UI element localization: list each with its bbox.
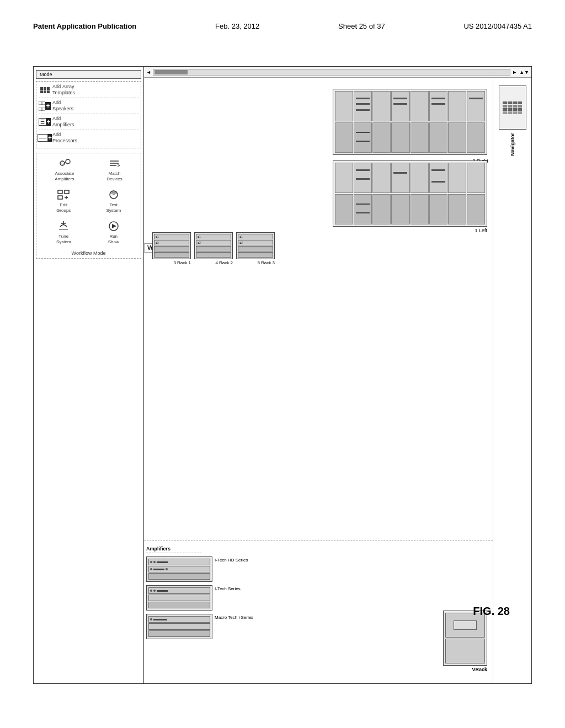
add-amplifiers-row[interactable]: ☰ + AddAmplifiers <box>39 116 138 128</box>
rack-3-row2: ■2 <box>154 240 189 245</box>
match-label: MatchDevices <box>106 171 122 181</box>
rack-1-left-grid2 <box>335 194 485 224</box>
tune-system-label: TuneSystem <box>56 234 71 244</box>
amp-unit <box>354 163 372 193</box>
scroll-left-arrow[interactable]: ◄ <box>146 69 151 75</box>
add-array-icon <box>39 84 51 96</box>
workflow-row1: 2 AssociateAmplifiers MatchDevices <box>39 156 138 185</box>
rack-1-left-grid <box>335 163 485 193</box>
itech-hd-row1 <box>148 559 210 565</box>
nav-cell <box>518 111 522 114</box>
divider2 <box>39 114 138 114</box>
itech-label: I-Tech Series <box>215 586 241 591</box>
rack-5-label: 5 Rack 3 <box>257 260 275 265</box>
itech-hd-row2 <box>148 566 210 572</box>
macro-tech-label: Macro Tech i Series <box>215 615 253 620</box>
plus-icon2: + <box>46 118 51 126</box>
run-show[interactable]: RunShow <box>106 218 121 244</box>
edit-groups[interactable]: EditGroups <box>56 187 71 213</box>
itech-hd-row3 <box>148 573 210 580</box>
itech-hd-label: I-Tech HD Series <box>215 558 248 563</box>
nav-cell <box>513 108 517 111</box>
top-scrollbar[interactable]: ◄ ► ▲ ▼ <box>144 67 531 78</box>
amp-unit <box>354 122 372 153</box>
amp-unit <box>448 122 466 153</box>
match-devices[interactable]: MatchDevices <box>106 156 122 181</box>
rack-3-row4 <box>154 252 189 258</box>
rack-3-row1: ■1 <box>154 234 189 239</box>
canvas-area: 2 Right <box>144 78 493 683</box>
add-processors-icon: ── + <box>39 132 51 144</box>
rack-4-row2: ■2 <box>196 240 231 245</box>
tune-system[interactable]: TuneSystem <box>56 218 71 244</box>
nav-cell <box>513 105 517 108</box>
rack-5-row1: ■1 <box>238 234 273 239</box>
amplifiers-section: Amplifiers <box>144 540 493 683</box>
nav-cell <box>508 101 512 104</box>
workflow-mode-label: Workflow Mode <box>39 250 138 256</box>
amp-unit <box>448 163 466 193</box>
itech-rack <box>146 585 212 611</box>
amp-unit <box>391 91 409 121</box>
amp-unit <box>448 91 466 121</box>
edit-groups-label: EditGroups <box>56 202 71 213</box>
nav-cell <box>503 101 507 104</box>
amp-unit <box>354 194 372 224</box>
rack-2-right-container: 2 Right <box>333 89 487 155</box>
rack-2-right <box>333 89 487 155</box>
nav-cell <box>518 105 522 108</box>
workflow-row3: TuneSystem RunShow <box>39 218 138 248</box>
add-processors-row[interactable]: ── + AddProcessors <box>39 132 138 144</box>
navigator-label: Navigator <box>510 133 515 156</box>
macro-tech-row: Macro Tech i Series <box>146 614 491 639</box>
sheet-label: Sheet 25 of 37 <box>338 22 385 30</box>
associate-amplifiers[interactable]: 2 AssociateAmplifiers <box>55 156 74 181</box>
amp-unit <box>372 122 391 153</box>
rack-3-label: 3 Rack 1 <box>173 260 191 265</box>
plus-icon: + <box>45 102 51 110</box>
scroll-right-arrow[interactable]: ► <box>512 69 517 75</box>
amp-unit <box>335 163 353 193</box>
add-speakers-label: AddSpeakers <box>52 100 73 112</box>
canvas-wrapper: 2 Right <box>144 78 531 683</box>
svg-point-1 <box>66 159 70 164</box>
diagram-container: Mode Add ArrayTemplates <box>33 66 532 684</box>
rack-3-container: ■1 ■2 3 Rack 1 <box>152 232 191 265</box>
scroll-up-arrow[interactable]: ▲ <box>519 69 524 75</box>
page-header: Patent Application Publication Feb. 23, … <box>33 22 532 30</box>
amplifiers-section-label: Amplifiers <box>146 546 201 553</box>
add-speakers-row[interactable]: □□□□ + AddSpeakers <box>39 100 138 112</box>
small-racks-row: ■1 ■2 3 Rack 1 <box>152 232 275 265</box>
nav-cell <box>508 105 512 108</box>
scroll-down-arrow[interactable]: ▼ <box>524 69 529 75</box>
amp-unit <box>448 194 466 224</box>
test-system-icon <box>106 187 121 202</box>
amp-unit <box>391 163 409 193</box>
amp-unit <box>467 194 485 224</box>
add-array-section: Add ArrayTemplates □□□□ + AddSpeakers ☰ … <box>36 81 141 148</box>
mode-tab[interactable]: Mode <box>36 70 141 79</box>
add-amplifiers-icon: ☰ + <box>39 116 51 128</box>
associate-label: AssociateAmplifiers <box>55 171 74 181</box>
test-system[interactable]: TestSystem <box>106 187 121 213</box>
itech-row1 <box>148 587 210 594</box>
amp-unit <box>411 91 429 121</box>
amp-unit <box>429 194 447 224</box>
svg-rect-5 <box>58 196 62 199</box>
svg-rect-4 <box>65 190 69 194</box>
scroll-track[interactable] <box>153 69 510 76</box>
amp-unit <box>429 91 447 121</box>
rack-4-container: ■1 ■2 4 Rack 2 <box>194 232 233 265</box>
figure-label: FIG. 28 <box>473 605 510 618</box>
associate-icon: 2 <box>57 156 72 171</box>
macro-tech-rack <box>146 614 212 639</box>
amp-unit <box>335 194 353 224</box>
vrack-unit2 <box>445 639 485 663</box>
amp-unit <box>411 163 429 193</box>
nav-cell <box>513 101 517 104</box>
rack-5-row4 <box>238 252 273 258</box>
rack-4-row3 <box>196 246 231 251</box>
run-show-label: RunShow <box>108 234 119 244</box>
rack-3-row3 <box>154 246 189 251</box>
rack-5-container: ■1 ■2 5 Rack 3 <box>236 232 275 265</box>
